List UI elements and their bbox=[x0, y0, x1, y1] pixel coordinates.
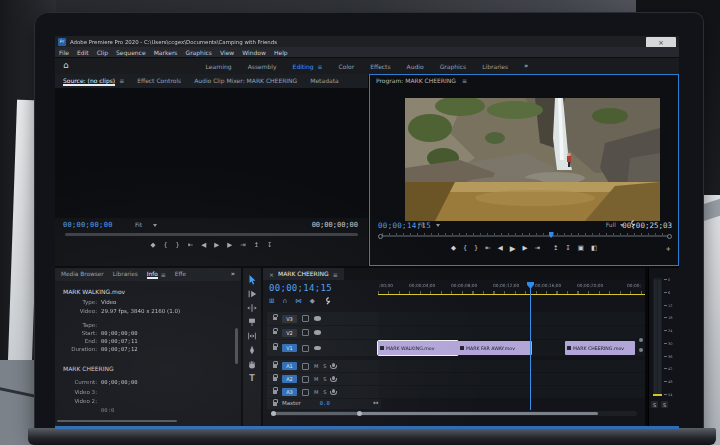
sync-lock-icon[interactable] bbox=[302, 389, 309, 396]
mute-button[interactable]: M bbox=[314, 389, 318, 395]
workspace-tab-graphics[interactable]: Graphics bbox=[440, 64, 467, 70]
mute-button[interactable]: M bbox=[314, 363, 318, 369]
lock-icon[interactable] bbox=[273, 402, 277, 406]
sync-lock-icon[interactable] bbox=[302, 363, 309, 370]
menu-graphics[interactable]: Graphics bbox=[186, 49, 213, 56]
step-back-button[interactable]: ◀ bbox=[201, 242, 206, 249]
timeline-ruler[interactable]: ;00;00 00;00;04;00 00;00;08;00 00;00;12;… bbox=[378, 282, 645, 294]
razor-tool[interactable] bbox=[246, 316, 258, 328]
track-target-v2[interactable]: V2 bbox=[282, 329, 297, 337]
info-tabs-overflow-icon[interactable]: » bbox=[231, 271, 235, 278]
source-scrubber[interactable] bbox=[65, 233, 358, 236]
menu-window[interactable]: Window bbox=[242, 49, 266, 56]
timeline-clip-mark-cheering[interactable]: MARK CHEERING.mov bbox=[565, 341, 635, 355]
hand-tool[interactable] bbox=[246, 358, 258, 370]
mic-icon[interactable] bbox=[332, 363, 335, 368]
lift-button[interactable]: ↥ bbox=[553, 245, 558, 253]
program-panel-title[interactable]: Program: MARK CHEERING bbox=[376, 78, 456, 84]
workspace-tab-learning[interactable]: Learning bbox=[206, 64, 232, 70]
timeline-tab-close-icon[interactable]: × bbox=[269, 271, 274, 278]
overwrite-button[interactable]: ↧ bbox=[267, 242, 272, 249]
type-tool[interactable]: T bbox=[246, 372, 258, 384]
lock-icon[interactable] bbox=[273, 364, 277, 368]
track-select-forward-tool[interactable] bbox=[246, 288, 258, 300]
play-button[interactable]: ▶ bbox=[214, 242, 219, 249]
solo-button[interactable]: S bbox=[323, 363, 326, 369]
solo-right-button[interactable]: S bbox=[661, 401, 668, 408]
slip-tool[interactable] bbox=[246, 330, 258, 342]
eye-icon[interactable] bbox=[314, 330, 321, 335]
track-lane-v2[interactable] bbox=[378, 326, 645, 339]
timeline-vertical-scroll-handle[interactable] bbox=[639, 338, 643, 342]
track-lane-a2[interactable] bbox=[378, 373, 645, 385]
mark-in-button[interactable]: { bbox=[163, 242, 167, 249]
menu-sequence[interactable]: Sequence bbox=[116, 49, 146, 56]
go-to-in-button[interactable]: ⇤ bbox=[188, 242, 193, 249]
selection-tool[interactable] bbox=[246, 274, 258, 286]
mute-button[interactable]: M bbox=[314, 376, 318, 382]
track-target-v3[interactable]: V3 bbox=[282, 315, 297, 323]
track-target-a3[interactable]: A3 bbox=[282, 388, 297, 396]
workspace-tab-libraries[interactable]: Libraries bbox=[482, 64, 508, 70]
eye-icon[interactable] bbox=[314, 316, 321, 321]
menu-view[interactable]: View bbox=[220, 49, 234, 56]
menu-edit[interactable]: Edit bbox=[77, 49, 89, 56]
timeline-panel-menu-icon[interactable]: ≡ bbox=[333, 271, 338, 278]
pen-tool[interactable] bbox=[246, 344, 258, 356]
step-back-button[interactable]: ◀ bbox=[498, 245, 503, 253]
sync-lock-icon[interactable] bbox=[302, 345, 309, 352]
mark-out-button[interactable]: } bbox=[176, 242, 180, 249]
fit-sequence-icon[interactable]: ↔ bbox=[373, 400, 378, 407]
workspace-overflow-icon[interactable]: » bbox=[524, 63, 528, 70]
program-playhead[interactable] bbox=[549, 232, 554, 238]
workspace-tab-effects[interactable]: Effects bbox=[370, 64, 390, 70]
timeline-clip-mark-walking[interactable]: MARK WALKING.mov bbox=[378, 341, 458, 355]
timeline-clip-mark-far-away[interactable]: MARK FAR AWAY.mov bbox=[458, 341, 532, 355]
play-button[interactable]: ▶ bbox=[510, 245, 516, 253]
info-panel-menu-icon[interactable]: ≡ bbox=[161, 272, 166, 278]
timeline-playhead-line[interactable] bbox=[530, 284, 531, 410]
timeline-tab[interactable]: × MARK CHEERING ≡ bbox=[263, 268, 344, 280]
go-to-out-button[interactable]: ⇥ bbox=[240, 242, 245, 249]
solo-left-button[interactable]: S bbox=[651, 401, 658, 408]
timeline-settings-wrench-icon[interactable] bbox=[323, 297, 331, 305]
lock-icon[interactable] bbox=[273, 346, 277, 350]
button-editor-button[interactable]: + bbox=[666, 246, 671, 253]
add-marker-button[interactable]: ◆ bbox=[150, 242, 155, 249]
extract-button[interactable]: ↧ bbox=[565, 245, 570, 253]
solo-button[interactable]: S bbox=[323, 389, 326, 395]
tab-effect-controls[interactable]: Effect Controls bbox=[137, 78, 181, 84]
menu-markers[interactable]: Markers bbox=[154, 49, 178, 56]
program-resolution-select[interactable]: Full bbox=[606, 222, 616, 228]
tab-audio-clip-mixer[interactable]: Audio Clip Mixer: MARK CHEERING bbox=[194, 78, 297, 84]
workspace-tab-assembly[interactable]: Assembly bbox=[248, 64, 277, 70]
info-horizontal-scrollbar[interactable] bbox=[57, 420, 177, 422]
tab-libraries[interactable]: Libraries bbox=[113, 272, 138, 278]
sync-lock-icon[interactable] bbox=[302, 329, 309, 336]
workspace-tab-color[interactable]: Color bbox=[339, 64, 355, 70]
master-level-value[interactable]: 0.0 bbox=[320, 401, 330, 407]
menu-clip[interactable]: Clip bbox=[97, 49, 108, 56]
step-forward-button[interactable]: ▶ bbox=[522, 245, 527, 253]
scrollbar-handle[interactable] bbox=[357, 411, 362, 416]
source-panel-menu-icon[interactable]: ≡ bbox=[119, 78, 124, 84]
timeline-vertical-scroll-handle[interactable] bbox=[639, 348, 643, 352]
program-video-frame[interactable] bbox=[405, 98, 660, 221]
timeline-timecode[interactable]: 00;00;14;15 bbox=[269, 283, 332, 293]
nest-toggle-icon[interactable]: ⊞ bbox=[269, 298, 274, 305]
mark-in-button[interactable]: { bbox=[463, 245, 467, 253]
info-vertical-scrollbar[interactable] bbox=[235, 328, 238, 364]
source-timecode[interactable]: 00;00;00;00 bbox=[63, 221, 113, 229]
export-frame-button[interactable]: ▣ bbox=[578, 245, 584, 253]
mic-icon[interactable] bbox=[332, 389, 335, 394]
solo-button[interactable]: S bbox=[323, 376, 326, 382]
lock-icon[interactable] bbox=[273, 390, 277, 394]
sync-lock-icon[interactable] bbox=[302, 376, 309, 383]
track-target-a2[interactable]: A2 bbox=[282, 375, 297, 383]
tab-effects-clipped[interactable]: Effe bbox=[175, 272, 186, 278]
track-target-v1[interactable]: V1 bbox=[282, 344, 297, 352]
track-lane-v3[interactable] bbox=[378, 312, 645, 325]
workspace-tab-editing[interactable]: Editing bbox=[293, 64, 314, 70]
tab-source[interactable]: Source: (no clips) bbox=[63, 78, 115, 84]
linked-selection-icon[interactable]: ⋈ bbox=[295, 298, 302, 305]
